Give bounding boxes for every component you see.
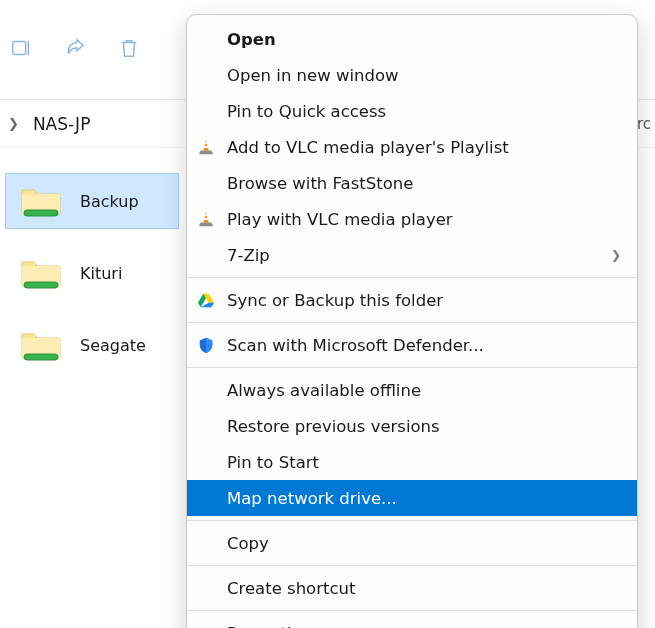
folder-item-kituri[interactable]: Kituri xyxy=(6,246,178,300)
menu-item-label: Open xyxy=(227,30,276,49)
menu-item-label: Pin to Start xyxy=(227,453,319,472)
menu-separator xyxy=(187,277,637,278)
vlc-icon xyxy=(196,137,216,157)
folder-item-backup[interactable]: Backup xyxy=(6,174,178,228)
menu-item-always-available-offline[interactable]: Always available offline xyxy=(187,372,637,408)
context-menu: OpenOpen in new windowPin to Quick acces… xyxy=(186,14,638,628)
breadcrumb-right-fragment: rc xyxy=(637,115,655,133)
menu-item-label: Create shortcut xyxy=(227,579,355,598)
delete-icon xyxy=(118,37,140,63)
network-folder-icon xyxy=(20,256,62,290)
menu-item-pin-to-start[interactable]: Pin to Start xyxy=(187,444,637,480)
menu-separator xyxy=(187,322,637,323)
menu-separator xyxy=(187,520,637,521)
rename-button[interactable] xyxy=(8,37,34,63)
menu-item-add-to-vlc-media-player-s-playlist[interactable]: Add to VLC media player's Playlist xyxy=(187,129,637,165)
menu-item-label: Restore previous versions xyxy=(227,417,440,436)
menu-item-label: Copy xyxy=(227,534,269,553)
breadcrumb-location: NAS-JP xyxy=(33,114,90,134)
network-folder-icon xyxy=(20,328,62,362)
menu-item-label: Properties xyxy=(227,624,310,629)
menu-separator xyxy=(187,565,637,566)
menu-item-label: Sync or Backup this folder xyxy=(227,291,443,310)
menu-item-label: Always available offline xyxy=(227,381,421,400)
menu-item-label: Pin to Quick access xyxy=(227,102,386,121)
rename-icon xyxy=(10,37,32,63)
folder-label: Kituri xyxy=(80,264,122,283)
menu-item-open-in-new-window[interactable]: Open in new window xyxy=(187,57,637,93)
menu-item-label: Add to VLC media player's Playlist xyxy=(227,138,509,157)
folder-label: Seagate xyxy=(80,336,146,355)
menu-separator xyxy=(187,367,637,368)
menu-item-create-shortcut[interactable]: Create shortcut xyxy=(187,570,637,606)
menu-item-label: Browse with FastStone xyxy=(227,174,413,193)
vlc-icon xyxy=(196,209,216,229)
menu-item-label: Scan with Microsoft Defender... xyxy=(227,336,484,355)
menu-item-pin-to-quick-access[interactable]: Pin to Quick access xyxy=(187,93,637,129)
menu-item-browse-with-faststone[interactable]: Browse with FastStone xyxy=(187,165,637,201)
menu-item-play-with-vlc-media-player[interactable]: Play with VLC media player xyxy=(187,201,637,237)
defender-shield-icon xyxy=(196,335,216,355)
folder-item-seagate[interactable]: Seagate xyxy=(6,318,178,372)
chevron-right-icon: ❯ xyxy=(8,116,19,131)
chevron-right-icon: ❯ xyxy=(611,248,621,262)
share-icon xyxy=(64,37,86,63)
menu-item-scan-with-microsoft-defender[interactable]: Scan with Microsoft Defender... xyxy=(187,327,637,363)
menu-item-sync-or-backup-this-folder[interactable]: Sync or Backup this folder xyxy=(187,282,637,318)
svg-rect-0 xyxy=(13,41,26,54)
folder-label: Backup xyxy=(80,192,139,211)
menu-item-label: Map network drive... xyxy=(227,489,397,508)
menu-item-map-network-drive[interactable]: Map network drive... xyxy=(187,480,637,516)
menu-separator xyxy=(187,610,637,611)
menu-item-label: 7-Zip xyxy=(227,246,270,265)
menu-item-properties[interactable]: Properties xyxy=(187,615,637,628)
network-folder-icon xyxy=(20,184,62,218)
menu-item-label: Open in new window xyxy=(227,66,399,85)
menu-item-restore-previous-versions[interactable]: Restore previous versions xyxy=(187,408,637,444)
delete-button[interactable] xyxy=(116,37,142,63)
share-button[interactable] xyxy=(62,37,88,63)
google-drive-icon xyxy=(196,290,216,310)
menu-item-7-zip[interactable]: 7-Zip❯ xyxy=(187,237,637,273)
menu-item-label: Play with VLC media player xyxy=(227,210,453,229)
menu-item-open[interactable]: Open xyxy=(187,21,637,57)
menu-item-copy[interactable]: Copy xyxy=(187,525,637,561)
